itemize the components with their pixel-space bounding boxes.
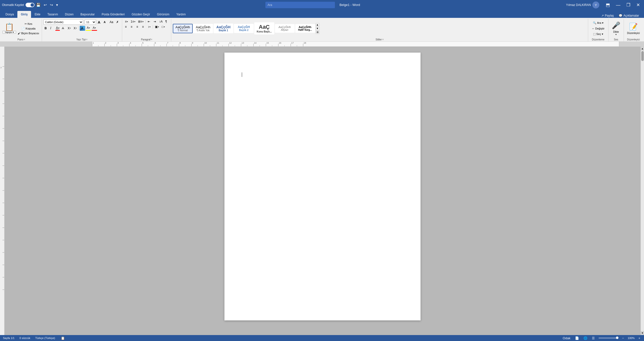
font-grow-button[interactable]: A xyxy=(96,19,102,25)
underline-button[interactable]: A▾ xyxy=(55,25,60,30)
search-input[interactable] xyxy=(266,2,335,8)
zoom-in-button[interactable]: + xyxy=(638,336,641,340)
scroll-down-button[interactable]: ▼ xyxy=(641,331,644,335)
ruler: 1 2 3 4 5 6 7 8 9 xyxy=(0,42,644,46)
style-hafif-vurgu[interactable]: AaÇçĞHh Hafif Vurg... xyxy=(295,24,315,33)
decrease-indent-button[interactable]: ⇤ xyxy=(146,19,152,24)
outline-view-button[interactable]: ☰ xyxy=(591,336,596,340)
svg-text:13: 13 xyxy=(242,42,244,44)
superscript-button[interactable]: X2 xyxy=(72,26,78,30)
ruler-ticks: 1 2 3 4 5 6 7 8 9 xyxy=(92,42,619,46)
comments-button[interactable]: 💬 Açıklamalar xyxy=(617,13,641,18)
clipboard-expand-icon[interactable]: ⌗ xyxy=(24,38,25,41)
replace-button[interactable]: ↔ Değiştir xyxy=(590,26,607,31)
font-expand-icon[interactable]: ⌗ xyxy=(86,38,88,41)
editor-button[interactable]: 📝 Düzenleyici xyxy=(626,19,642,37)
zoom-out-button[interactable]: − xyxy=(622,336,625,340)
font-family-select[interactable]: Calibri (Gövde) xyxy=(44,19,83,25)
tab-tasarim[interactable]: Tasarım xyxy=(44,11,62,18)
increase-indent-button[interactable]: ⇥ xyxy=(152,19,158,24)
accessibility-button[interactable]: 📋 xyxy=(60,336,66,340)
multilevel-list-button[interactable]: ⊞≡▾ xyxy=(137,19,145,24)
tab-gozden[interactable]: Gözden Geçir xyxy=(128,11,154,18)
autosave-toggle[interactable] xyxy=(26,3,34,7)
bold-button[interactable]: B xyxy=(44,26,49,30)
tab-dosya[interactable]: Dosya xyxy=(2,11,18,18)
numbered-list-button[interactable]: 1≡▾ xyxy=(129,19,136,24)
style-normal[interactable]: AaÇçĞHh ¶ Normal xyxy=(173,24,193,33)
document-area[interactable] xyxy=(4,47,640,335)
copy-button[interactable]: 📄 Kopyala xyxy=(17,26,40,31)
style-aralik-yok[interactable]: AaÇçĞHh ¶ Aralık Yok xyxy=(193,24,213,33)
find-button[interactable]: 🔍 Ara ▾ xyxy=(590,20,606,25)
scroll-thumb[interactable] xyxy=(641,51,644,61)
tab-ekle[interactable]: Ekle xyxy=(31,11,44,18)
status-right: Odak 📄 🌐 ☰ − 100% + xyxy=(562,336,641,340)
user-avatar[interactable]: Y xyxy=(592,1,599,8)
bullet-list-button[interactable]: ≡▾ xyxy=(124,19,129,24)
tab-basvurular[interactable]: Başvurular xyxy=(77,11,98,18)
minimize-button[interactable]: — xyxy=(614,2,622,8)
style-altyazi[interactable]: AaÇçĞHh Altyazı xyxy=(275,24,295,33)
strikethrough-button[interactable]: A xyxy=(61,26,66,30)
align-left-button[interactable]: ≡ xyxy=(124,24,129,29)
font-case-button[interactable]: Aa xyxy=(108,20,115,24)
tab-posta[interactable]: Posta Gönderileri xyxy=(98,11,128,18)
format-painter-button[interactable]: 🖌 Biçim Boyacısı xyxy=(17,31,40,35)
ribbon-display-button[interactable]: ⬒ xyxy=(604,2,612,8)
document-page[interactable] xyxy=(224,52,420,321)
paragraph-expand-icon[interactable]: ⌗ xyxy=(151,38,152,41)
shading-button[interactable]: ▣▾ xyxy=(154,24,160,29)
tab-gorunum[interactable]: Görünüm xyxy=(154,11,173,18)
focus-button[interactable]: Odak xyxy=(562,336,571,340)
cut-button[interactable]: ✂ Kes xyxy=(17,22,40,26)
styles-gallery-scroll: ▲ ▼ ⊞ xyxy=(316,23,320,34)
line-spacing-button[interactable]: ↕▾ xyxy=(146,24,152,29)
redo-button[interactable]: ↪ xyxy=(48,2,54,8)
user-area: Yılmaz DALKIRAN Y xyxy=(566,1,599,8)
word-count: 0 sözcük xyxy=(19,337,30,340)
gallery-scroll-up-button[interactable]: ▲ xyxy=(316,23,320,26)
share-button[interactable]: ↗ Paylaş xyxy=(599,13,616,18)
justify-button[interactable]: ≡ xyxy=(141,24,146,29)
tab-duzen[interactable]: Düzen xyxy=(61,11,77,18)
undo-button[interactable]: ↩ xyxy=(42,2,48,8)
zoom-slider[interactable] xyxy=(598,338,618,339)
italic-button[interactable]: İ xyxy=(49,26,54,30)
svg-text:18: 18 xyxy=(304,42,306,44)
highlight-button[interactable]: A▾ xyxy=(86,25,91,30)
font-color-button[interactable]: A▾ xyxy=(91,25,97,30)
show-marks-button[interactable]: ¶ xyxy=(164,19,170,24)
save-button[interactable]: 💾 xyxy=(34,2,42,8)
restore-button[interactable]: ❐ xyxy=(624,2,632,8)
tab-giris[interactable]: Giriş xyxy=(18,11,31,18)
sort-button[interactable]: ↕A xyxy=(158,19,164,24)
web-layout-button[interactable]: 🌐 xyxy=(583,336,588,340)
subscript-button[interactable]: X2 xyxy=(66,26,72,30)
quick-access-dropdown-button[interactable]: ▾ xyxy=(54,2,60,8)
font-shrink-button[interactable]: A xyxy=(102,20,108,24)
clear-formatting-button[interactable]: ✗ xyxy=(115,20,120,24)
select-button[interactable]: ⬚ Seç ▾ xyxy=(591,31,606,37)
borders-button[interactable]: □▾ xyxy=(160,24,166,29)
font-size-select[interactable]: 11 8910121416182436 xyxy=(85,19,96,25)
paste-dropdown-button[interactable]: Yapıştır ▾ xyxy=(2,31,16,34)
style-baslik1[interactable]: AaÇçĞH Başlık 1 xyxy=(214,23,233,33)
zoom-thumb[interactable] xyxy=(616,337,618,339)
styles-expand-icon[interactable]: ⌗ xyxy=(382,38,384,41)
style-konu[interactable]: AaÇ Konu Başlı... xyxy=(254,22,274,34)
text-effect-button[interactable]: A xyxy=(80,26,85,31)
dictate-button[interactable]: 🎤 Dikte ▾ xyxy=(610,19,622,37)
align-right-button[interactable]: ≡ xyxy=(135,24,140,29)
styles-group-label: Stiller ⌗ xyxy=(173,37,586,41)
align-center-button[interactable]: ≡ xyxy=(129,24,135,29)
scroll-up-button[interactable]: ▲ xyxy=(641,47,644,51)
paste-button[interactable]: 📋 Yapıştır ▾ xyxy=(2,23,16,34)
tab-yardim[interactable]: Yardım xyxy=(173,11,189,18)
vertical-scrollbar[interactable]: ▲ ▼ xyxy=(640,47,644,335)
gallery-expand-button[interactable]: ⊞ xyxy=(316,30,320,34)
gallery-scroll-down-button[interactable]: ▼ xyxy=(316,27,320,30)
close-button[interactable]: ✕ xyxy=(634,2,642,8)
print-layout-button[interactable]: 📄 xyxy=(574,336,580,340)
style-baslik2[interactable]: AaÇçĞH Başlık 2 xyxy=(234,24,254,33)
